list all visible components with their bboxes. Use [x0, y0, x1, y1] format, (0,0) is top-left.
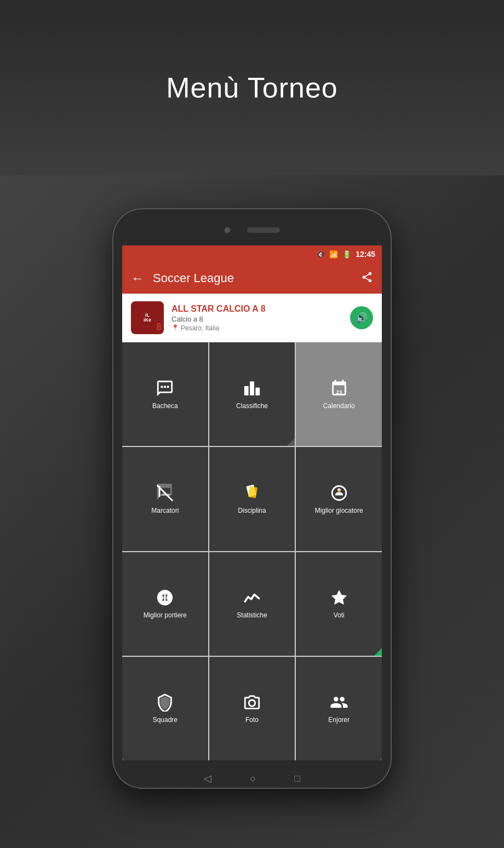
- league-location: 📍 Pesaro, Italia: [171, 324, 342, 332]
- statistiche-icon: [243, 588, 261, 607]
- svg-text:3: 3: [256, 388, 257, 391]
- back-button[interactable]: ←: [131, 271, 144, 286]
- location-pin-icon: 📍: [171, 324, 179, 331]
- classifiche-label: Classifiche: [236, 402, 268, 410]
- menu-item-marcatori[interactable]: Marcatori: [122, 447, 208, 551]
- menu-item-disciplina[interactable]: Disciplina: [209, 447, 295, 551]
- phone-hardware-bottom: ◁ ○ □: [122, 765, 382, 792]
- calendario-icon: 23: [330, 379, 348, 398]
- squadre-label: Squadre: [153, 716, 177, 724]
- share-icon: [361, 271, 373, 283]
- foto-icon: [243, 693, 261, 712]
- marcatori-icon: [156, 484, 174, 502]
- phone-hardware-top: [122, 219, 382, 241]
- miglior-giocatore-label: Miglior giocatore: [315, 507, 363, 514]
- recent-hw-button[interactable]: □: [294, 773, 300, 784]
- menu-grid: Bacheca 1 2 3 Classifiche: [122, 342, 382, 760]
- league-name: ALL STAR CALCIO A 8: [171, 304, 342, 314]
- classifiche-icon: 1 2 3: [243, 379, 261, 398]
- marcatori-label: Marcatori: [151, 507, 179, 514]
- battery-icon: 🔋: [342, 250, 351, 259]
- top-header: Menù Torneo: [0, 0, 504, 175]
- menu-item-calendario[interactable]: 23 Calendario: [296, 342, 382, 446]
- enjorer-label: Enjorer: [328, 716, 350, 724]
- miglior-portiere-label: Miglior portiere: [144, 611, 187, 619]
- voti-icon: [330, 588, 348, 607]
- menu-item-bacheca[interactable]: Bacheca: [122, 342, 208, 446]
- home-hw-button[interactable]: ○: [250, 773, 256, 784]
- mute-icon: 🔇: [316, 250, 325, 259]
- league-type: Calcio a 8: [171, 315, 342, 323]
- statistiche-label: Statistiche: [237, 611, 267, 619]
- voti-arrow: [374, 648, 382, 656]
- svg-text:2: 2: [247, 386, 248, 389]
- league-card: iL iKe 8 ALL STAR CALCIO A 8 Calcio a 8 …: [122, 294, 382, 342]
- speaker-grille: [247, 227, 280, 233]
- menu-item-enjorer[interactable]: Enjorer: [296, 657, 382, 760]
- enjorer-icon: [330, 693, 348, 712]
- bacheca-label: Bacheca: [152, 402, 178, 410]
- miglior-portiere-icon: [156, 588, 174, 607]
- camera: [224, 227, 231, 233]
- page-title: Menù Torneo: [166, 71, 338, 104]
- miglior-giocatore-icon: [330, 484, 348, 502]
- phone-screen: 🔇 📶 🔋 12:45 ← Soccer League: [122, 245, 382, 760]
- signal-icon: 📶: [329, 250, 338, 259]
- disciplina-label: Disciplina: [238, 507, 266, 514]
- bacheca-icon: [156, 379, 174, 398]
- menu-item-miglior-giocatore[interactable]: Miglior giocatore: [296, 447, 382, 551]
- calendario-label: Calendario: [323, 402, 355, 410]
- menu-item-statistiche[interactable]: Statistiche: [209, 552, 295, 656]
- disciplina-icon: [243, 484, 261, 502]
- voti-label: Voti: [334, 611, 345, 619]
- back-hw-button[interactable]: ◁: [204, 772, 211, 784]
- audio-button[interactable]: 🔊: [350, 306, 373, 329]
- menu-item-miglior-portiere[interactable]: Miglior portiere: [122, 552, 208, 656]
- menu-item-classifiche[interactable]: 1 2 3 Classifiche: [209, 342, 295, 446]
- foto-label: Foto: [245, 716, 259, 724]
- svg-point-1: [167, 386, 169, 388]
- phone-frame: 🔇 📶 🔋 12:45 ← Soccer League: [112, 208, 392, 789]
- menu-item-foto[interactable]: Foto: [209, 657, 295, 760]
- menu-item-squadre[interactable]: Squadre: [122, 657, 208, 760]
- status-bar: 🔇 📶 🔋 12:45: [122, 245, 382, 263]
- share-button[interactable]: [361, 271, 373, 286]
- squadre-icon: [156, 693, 174, 712]
- classifiche-arrow: [287, 438, 295, 446]
- league-info: ALL STAR CALCIO A 8 Calcio a 8 📍 Pesaro,…: [171, 304, 342, 332]
- audio-icon: 🔊: [356, 312, 368, 324]
- background-area: 🔇 📶 🔋 12:45 ← Soccer League: [0, 175, 504, 848]
- league-logo: iL iKe 8: [131, 301, 164, 334]
- menu-item-voti[interactable]: Voti: [296, 552, 382, 656]
- status-time: 12:45: [356, 250, 375, 259]
- svg-point-2: [161, 386, 163, 388]
- svg-point-0: [164, 386, 166, 388]
- app-bar: ← Soccer League: [122, 263, 382, 294]
- svg-text:1: 1: [251, 382, 253, 386]
- app-bar-title: Soccer League: [153, 271, 361, 285]
- svg-text:23: 23: [336, 389, 342, 395]
